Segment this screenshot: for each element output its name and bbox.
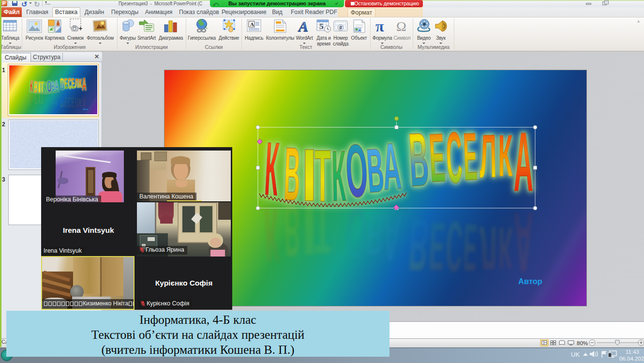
svg-text:80%: 80% <box>577 340 588 346</box>
svg-text:π: π <box>375 18 384 34</box>
svg-text:A: A <box>298 19 308 33</box>
svg-text:Автор: Автор <box>83 109 88 111</box>
svg-text:5: 5 <box>319 22 323 31</box>
svg-text:A: A <box>250 21 254 27</box>
svg-text:Ω: Ω <box>396 19 406 34</box>
svg-text:#: # <box>339 25 342 30</box>
